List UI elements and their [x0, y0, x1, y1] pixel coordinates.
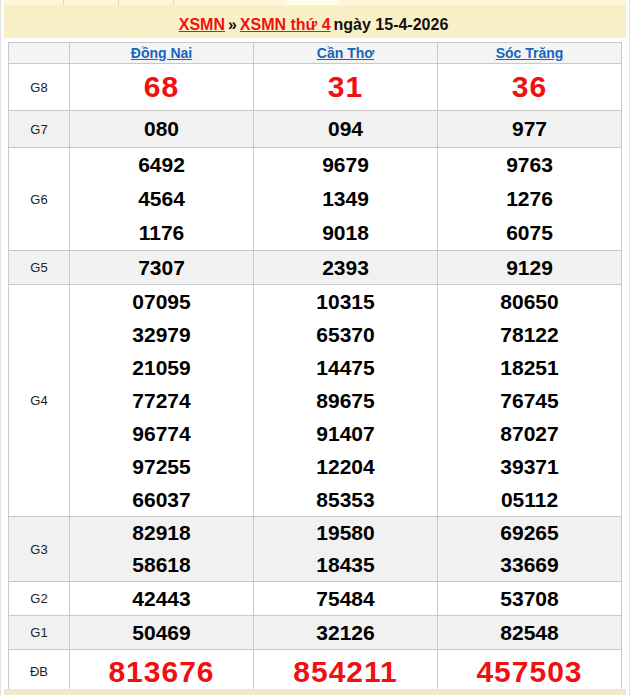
prize-cell: 2393 [253, 251, 437, 284]
xsmn-link[interactable]: XSMN [179, 16, 225, 33]
prize-cell: 07095329792105977274967749725566037 [69, 285, 253, 516]
bottom-banner [4, 689, 626, 695]
prize-cell: 813676 [69, 650, 253, 693]
breadcrumb-separator: » [228, 16, 237, 33]
prize-cell: 457503 [437, 650, 621, 693]
prize-cell: 32126 [253, 616, 437, 649]
prize-number: 6075 [506, 216, 553, 250]
prize-number: 39371 [500, 450, 558, 483]
prize-number: 96774 [132, 417, 190, 450]
prize-number: 080 [144, 117, 179, 141]
prize-row-g1: G1504693212682548 [9, 616, 621, 650]
prize-label: G1 [9, 616, 69, 649]
page-title: XSMN»XSMN thứ 4ngày 15-4-2026 [179, 16, 452, 34]
prize-number: 32126 [316, 621, 374, 645]
column-header-cell: Sóc Trăng [437, 43, 621, 63]
prize-cell: 68 [69, 64, 253, 110]
xsmn-day-link[interactable]: XSMN thứ 4 [240, 16, 331, 33]
prize-number: 89675 [316, 384, 374, 417]
prize-cell: 82548 [437, 616, 621, 649]
prize-number: 58618 [132, 549, 190, 581]
prize-row-g6: G6649245641176967913499018976312766075 [9, 148, 621, 251]
prize-number: 53708 [500, 587, 558, 611]
title-banner: XSMN»XSMN thứ 4ngày 15-4-2026 [4, 0, 626, 38]
prize-label: G8 [9, 64, 69, 110]
prize-number: 32979 [132, 318, 190, 351]
prize-cell: 50469 [69, 616, 253, 649]
prize-cell: 42443 [69, 582, 253, 615]
prize-row-g5: G5730723939129 [9, 251, 621, 285]
prize-row-g7: G7080094977 [9, 111, 621, 148]
page: XSMN»XSMN thứ 4ngày 15-4-2026 Đồng NaiCầ… [0, 0, 630, 695]
prize-number: 1349 [322, 182, 369, 216]
prize-row-đb: ĐB813676854211457503 [9, 650, 621, 693]
prize-number: 9679 [322, 148, 369, 182]
prize-number: 87027 [500, 417, 558, 450]
province-link[interactable]: Sóc Trăng [496, 45, 564, 61]
prize-number: 18251 [500, 351, 558, 384]
prize-cell: 977 [437, 111, 621, 147]
prize-cell: 80650781221825176745870273937105112 [437, 285, 621, 516]
prize-number: 4564 [138, 182, 185, 216]
prize-number: 78122 [500, 318, 558, 351]
prize-number: 7307 [138, 256, 185, 280]
prize-row-g8: G8683136 [9, 64, 621, 111]
prize-row-g2: G2424437548453708 [9, 582, 621, 616]
prize-label: G5 [9, 251, 69, 284]
prize-number: 9763 [506, 148, 553, 182]
prize-number: 07095 [132, 285, 190, 318]
prize-number: 9129 [506, 256, 553, 280]
province-link[interactable]: Cần Thơ [317, 45, 374, 61]
header-label-cell [9, 43, 69, 63]
column-header-cell: Đồng Nai [69, 43, 253, 63]
prize-number: 75484 [316, 587, 374, 611]
prize-cell: 36 [437, 64, 621, 110]
prize-number: 36 [512, 70, 547, 104]
prize-cell: 7307 [69, 251, 253, 284]
prize-cell: 75484 [253, 582, 437, 615]
prize-label: ĐB [9, 650, 69, 693]
prize-number: 66037 [132, 483, 190, 516]
prize-row-g3: G3829185861819580184356926533669 [9, 517, 621, 582]
prize-cell: 8291858618 [69, 517, 253, 581]
prize-cell: 854211 [253, 650, 437, 693]
prize-number: 76745 [500, 384, 558, 417]
prize-label: G3 [9, 517, 69, 581]
prize-number: 457503 [476, 655, 582, 689]
prize-number: 854211 [293, 655, 397, 689]
prize-label: G4 [9, 285, 69, 516]
prize-number: 82918 [132, 517, 190, 549]
prize-number: 2393 [322, 256, 369, 280]
prize-number: 91407 [316, 417, 374, 450]
prize-cell: 649245641176 [69, 148, 253, 250]
prize-number: 094 [328, 117, 363, 141]
prize-number: 18435 [316, 549, 374, 581]
prize-number: 14475 [316, 351, 374, 384]
province-link[interactable]: Đồng Nai [131, 45, 192, 61]
prize-number: 10315 [316, 285, 374, 318]
prize-number: 12204 [316, 450, 374, 483]
prize-cell: 31 [253, 64, 437, 110]
prize-row-g4: G407095329792105977274967749725566037103… [9, 285, 621, 517]
prize-number: 77274 [132, 384, 190, 417]
draw-date: ngày 15-4-2026 [334, 16, 449, 33]
prize-number: 6492 [138, 148, 185, 182]
prize-cell: 1958018435 [253, 517, 437, 581]
prize-number: 80650 [500, 285, 558, 318]
table-header-row: Đồng NaiCần ThơSóc Trăng [9, 43, 621, 64]
prize-number: 65370 [316, 318, 374, 351]
prize-number: 85353 [316, 483, 374, 516]
prize-number: 33669 [500, 549, 558, 581]
prize-label: G7 [9, 111, 69, 147]
prize-number: 69265 [500, 517, 558, 549]
prize-cell: 53708 [437, 582, 621, 615]
prize-cell: 10315653701447589675914071220485353 [253, 285, 437, 516]
prize-cell: 967913499018 [253, 148, 437, 250]
prize-number: 813676 [108, 655, 214, 689]
prize-number: 9018 [322, 216, 369, 250]
prize-number: 05112 [501, 483, 558, 516]
prize-cell: 976312766075 [437, 148, 621, 250]
prize-number: 21059 [132, 351, 190, 384]
prize-number: 1176 [139, 216, 185, 250]
prize-number: 19580 [316, 517, 374, 549]
